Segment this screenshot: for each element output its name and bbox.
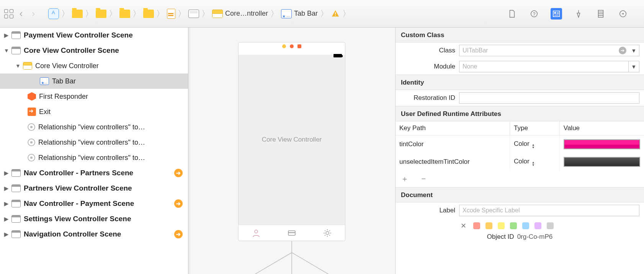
connections-inspector-tab[interactable] <box>617 8 629 20</box>
divider-shadow <box>188 28 191 274</box>
relationship-row[interactable]: Relationship "view controllers" to… <box>0 150 188 165</box>
warning-icon[interactable] <box>331 10 340 18</box>
scene-icon <box>11 31 21 39</box>
table-row[interactable]: tintColor Color▲▼ <box>396 135 644 153</box>
cell-type[interactable]: Color▲▼ <box>510 153 560 171</box>
class-label: Class <box>396 47 459 54</box>
svg-rect-8 <box>554 15 559 15</box>
tabcontroller-icon[interactable] <box>212 10 223 18</box>
disclosure-triangle-icon[interactable] <box>4 216 8 222</box>
disclosure-triangle-icon[interactable] <box>4 32 8 38</box>
identity-inspector-tab[interactable] <box>551 8 562 20</box>
add-remove-attribute[interactable]: ＋ − <box>396 171 644 187</box>
col-value[interactable]: Value <box>559 121 644 135</box>
scene-row[interactable]: Settings View Controller Scene <box>0 211 188 227</box>
chevron-right-icon: 〉 <box>201 8 210 20</box>
file-inspector-tab[interactable] <box>506 8 518 20</box>
stepper-icon[interactable]: ▲▼ <box>532 144 535 149</box>
color-swatch[interactable] <box>564 139 640 149</box>
vc-dot-icon <box>282 44 286 48</box>
runtime-attributes-table[interactable]: Key Path Type Value tintColor Color▲▼ un… <box>396 121 644 171</box>
chevron-right-icon: 〉 <box>132 8 141 20</box>
svg-rect-7 <box>557 13 559 14</box>
folder-icon[interactable] <box>72 10 83 18</box>
size-inspector-tab[interactable] <box>595 8 606 20</box>
stepper-icon[interactable]: ▲▼ <box>532 161 535 166</box>
disclosure-triangle-icon[interactable] <box>4 231 8 237</box>
tabbar-row[interactable]: Tab Bar <box>0 73 188 89</box>
storyboard-doc-icon[interactable] <box>167 9 175 19</box>
viewcontroller-row[interactable]: Core View Controller <box>0 58 188 73</box>
color-option[interactable] <box>498 222 505 229</box>
color-option[interactable] <box>510 222 517 229</box>
scene-row[interactable]: Nav Controller - Payment Scene ➔ <box>0 196 188 211</box>
module-input[interactable]: None <box>459 61 629 72</box>
breadcrumb-selected[interactable]: Tab Bar <box>294 10 318 18</box>
object-id-label: Object ID <box>487 233 514 241</box>
tabbar-label: Tab Bar <box>52 77 76 85</box>
label-color-chooser[interactable]: ✕ <box>396 219 644 232</box>
disclosure-triangle-icon[interactable] <box>4 47 8 54</box>
attributes-inspector-tab[interactable] <box>573 8 584 20</box>
entry-point-badge-icon: ➔ <box>174 230 183 238</box>
section-custom-class: Custom Class <box>396 28 644 42</box>
clear-color-icon[interactable]: ✕ <box>461 222 466 230</box>
storyboard-canvas[interactable]: Core View Controller <box>188 28 395 274</box>
scene-row[interactable]: Nav Controller - Partners Scene ➔ <box>0 165 188 181</box>
color-swatch[interactable] <box>564 157 640 167</box>
person-icon <box>252 228 261 238</box>
color-option[interactable] <box>485 222 492 229</box>
color-option[interactable] <box>534 222 541 229</box>
restoration-input[interactable] <box>459 92 639 104</box>
svg-rect-0 <box>335 12 336 14</box>
svg-rect-5 <box>554 12 556 14</box>
scene-icon <box>11 184 21 192</box>
color-option[interactable] <box>473 222 480 229</box>
class-input[interactable]: UITabBar <box>459 45 630 56</box>
help-inspector-tab[interactable]: ? <box>528 8 540 20</box>
color-option[interactable] <box>522 222 529 229</box>
back-button[interactable]: ‹ <box>16 9 26 19</box>
entry-point-badge-icon: ➔ <box>174 169 183 177</box>
card-icon <box>287 228 296 238</box>
module-dropdown[interactable]: ▾ <box>629 61 639 72</box>
goto-class-icon[interactable]: ➔ <box>619 47 626 54</box>
color-option[interactable] <box>547 222 554 229</box>
exit-row[interactable]: Exit <box>0 104 188 119</box>
breadcrumb-scene[interactable]: Core…ntroller <box>225 10 268 18</box>
related-items-icon[interactable] <box>4 9 14 19</box>
folder-icon[interactable] <box>96 10 106 18</box>
relationship-row[interactable]: Relationship "view controllers" to… <box>0 135 188 150</box>
disclosure-triangle-icon[interactable] <box>4 201 8 207</box>
disclosure-triangle-icon[interactable] <box>4 170 8 176</box>
exit-icon <box>28 108 36 116</box>
cell-keypath[interactable]: unselectedItemTintColor <box>396 153 510 171</box>
relationship-row[interactable]: Relationship "view controllers" to… <box>0 119 188 135</box>
scene-row[interactable]: Partners View Controller Scene <box>0 181 188 196</box>
cell-keypath[interactable]: tintColor <box>396 135 510 153</box>
tabcontroller-icon <box>23 62 32 70</box>
folder-icon[interactable] <box>119 10 130 18</box>
disclosure-triangle-icon[interactable] <box>4 185 8 191</box>
folder-icon[interactable] <box>143 10 154 18</box>
scene-row[interactable]: Navigation Controller Scene ➔ <box>0 227 188 242</box>
scene-row[interactable]: Payment View Controller Scene <box>0 28 188 43</box>
doc-label-input[interactable]: Xcode Specific Label <box>459 205 639 216</box>
tabbar-element-icon[interactable] <box>281 9 292 18</box>
first-responder-row[interactable]: First Responder <box>0 89 188 104</box>
cell-type[interactable]: Color▲▼ <box>510 135 560 153</box>
disclosure-triangle-icon[interactable] <box>15 63 20 69</box>
battery-icon <box>333 54 342 57</box>
storyboard-file-icon[interactable] <box>188 10 199 18</box>
col-type[interactable]: Type <box>510 121 560 135</box>
table-row[interactable]: unselectedItemTintColor Color▲▼ <box>396 153 644 171</box>
cell-value[interactable] <box>559 135 644 153</box>
scene-preview[interactable]: Core View Controller <box>238 42 345 241</box>
preview-tabbar[interactable] <box>239 225 345 241</box>
project-icon[interactable] <box>48 8 59 19</box>
col-keypath[interactable]: Key Path <box>396 121 510 135</box>
scene-row[interactable]: Core View Controller Scene <box>0 43 188 58</box>
class-dropdown[interactable]: ▾ <box>629 45 639 56</box>
scene-object-bar[interactable] <box>239 42 345 50</box>
cell-value[interactable] <box>559 153 644 171</box>
